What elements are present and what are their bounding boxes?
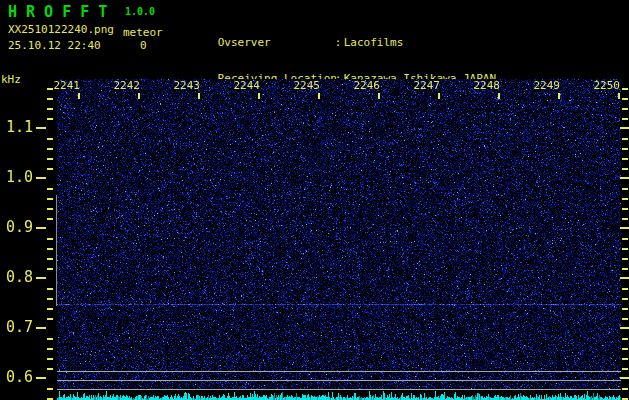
freq-major-tick bbox=[620, 327, 629, 329]
time-tick-label: 2241 bbox=[40, 80, 80, 92]
freq-minor-tick bbox=[47, 148, 53, 150]
hrofft-screen: H R O F F T 1.0.0 XX2510122240.png meteo… bbox=[0, 0, 629, 400]
reference-line bbox=[57, 380, 621, 381]
info-value: Lacofilms bbox=[344, 36, 404, 49]
time-tick-label: 2245 bbox=[280, 80, 320, 92]
info-row-observer: Ovserver:Lacofilms bbox=[178, 25, 496, 37]
freq-minor-tick bbox=[622, 138, 628, 140]
freq-minor-tick bbox=[47, 258, 53, 260]
time-tick-label: 2248 bbox=[460, 80, 500, 92]
spectrogram bbox=[57, 79, 621, 390]
freq-minor-tick bbox=[47, 158, 53, 160]
freq-major-tick bbox=[620, 227, 629, 229]
app-title: H R O F F T bbox=[8, 3, 107, 21]
freq-major-tick bbox=[36, 377, 46, 379]
time-tick-label: 2243 bbox=[160, 80, 200, 92]
freq-major-tick bbox=[620, 377, 629, 379]
freq-minor-tick bbox=[622, 88, 628, 90]
app-version: 1.0.0 bbox=[125, 6, 155, 17]
freq-tick-label: 0.6 bbox=[0, 370, 33, 385]
freq-major-tick bbox=[36, 277, 46, 279]
signal-level-trace bbox=[57, 390, 621, 400]
freq-minor-tick bbox=[622, 368, 628, 370]
freq-minor-tick bbox=[622, 318, 628, 320]
time-tick-label: 2247 bbox=[400, 80, 440, 92]
freq-minor-tick bbox=[47, 338, 53, 340]
freq-tick-label: 0.9 bbox=[0, 220, 33, 235]
freq-minor-tick bbox=[47, 348, 53, 350]
freq-minor-tick bbox=[47, 298, 53, 300]
freq-major-tick bbox=[620, 127, 629, 129]
time-tick-label: 2249 bbox=[520, 80, 560, 92]
freq-major-tick bbox=[36, 227, 46, 229]
freq-minor-tick bbox=[47, 288, 53, 290]
mode-label: meteor bbox=[123, 26, 163, 39]
time-tick bbox=[258, 93, 260, 99]
left-edge-marker bbox=[56, 195, 57, 306]
freq-minor-tick bbox=[47, 108, 53, 110]
freq-minor-tick bbox=[47, 118, 53, 120]
time-tick-label: 2246 bbox=[340, 80, 380, 92]
time-tick-label: 2250 bbox=[580, 80, 620, 92]
info-row-location: Receiving Location:Kanazawa Ishikawa,JAP… bbox=[178, 61, 496, 73]
freq-minor-tick bbox=[622, 358, 628, 360]
freq-minor-tick bbox=[47, 268, 53, 270]
freq-minor-tick bbox=[47, 388, 53, 390]
freq-minor-tick bbox=[47, 88, 53, 90]
freq-tick-label: 0.8 bbox=[0, 270, 33, 285]
freq-minor-tick bbox=[622, 388, 628, 390]
freq-minor-tick bbox=[622, 268, 628, 270]
freq-major-tick bbox=[36, 177, 46, 179]
freq-minor-tick bbox=[47, 198, 53, 200]
info-label: Ovserver bbox=[218, 37, 335, 49]
time-tick-label: 2244 bbox=[220, 80, 260, 92]
freq-minor-tick bbox=[47, 248, 53, 250]
freq-minor-tick bbox=[622, 298, 628, 300]
info-separator: : bbox=[335, 37, 344, 49]
freq-tick-label: 1.1 bbox=[0, 120, 33, 135]
freq-minor-tick bbox=[622, 288, 628, 290]
freq-tick-label: 0.7 bbox=[0, 320, 33, 335]
freq-minor-tick bbox=[47, 218, 53, 220]
freq-minor-tick bbox=[47, 208, 53, 210]
freq-minor-tick bbox=[47, 138, 53, 140]
freq-tick-label: 1.0 bbox=[0, 170, 33, 185]
time-tick bbox=[198, 93, 200, 99]
freq-minor-tick bbox=[47, 308, 53, 310]
freq-minor-tick bbox=[622, 348, 628, 350]
freq-minor-tick bbox=[622, 198, 628, 200]
freq-minor-tick bbox=[622, 308, 628, 310]
freq-minor-tick bbox=[622, 218, 628, 220]
time-tick bbox=[558, 93, 560, 99]
time-tick bbox=[318, 93, 320, 99]
freq-minor-tick bbox=[622, 168, 628, 170]
freq-minor-tick bbox=[622, 258, 628, 260]
freq-minor-tick bbox=[47, 318, 53, 320]
frequency-unit-label: kHz bbox=[1, 73, 21, 86]
time-tick bbox=[438, 93, 440, 99]
freq-major-tick bbox=[620, 277, 629, 279]
time-tick bbox=[498, 93, 500, 99]
freq-minor-tick bbox=[622, 208, 628, 210]
freq-major-tick bbox=[36, 127, 46, 129]
freq-minor-tick bbox=[47, 188, 53, 190]
freq-minor-tick bbox=[622, 158, 628, 160]
freq-minor-tick bbox=[622, 108, 628, 110]
freq-minor-tick bbox=[622, 238, 628, 240]
freq-minor-tick bbox=[622, 118, 628, 120]
freq-minor-tick bbox=[47, 238, 53, 240]
time-tick bbox=[78, 93, 80, 99]
output-filename: XX2510122240.png bbox=[8, 23, 114, 36]
freq-minor-tick bbox=[47, 168, 53, 170]
freq-minor-tick bbox=[622, 148, 628, 150]
freq-minor-tick bbox=[47, 98, 53, 100]
time-tick bbox=[138, 93, 140, 99]
time-tick-label: 2242 bbox=[100, 80, 140, 92]
frame-timestamp: 25.10.12 22:40 bbox=[8, 39, 101, 52]
freq-major-tick bbox=[620, 177, 629, 179]
freq-minor-tick bbox=[47, 358, 53, 360]
freq-minor-tick bbox=[622, 248, 628, 250]
time-tick bbox=[378, 93, 380, 99]
reference-line bbox=[57, 389, 621, 390]
freq-minor-tick bbox=[622, 188, 628, 190]
